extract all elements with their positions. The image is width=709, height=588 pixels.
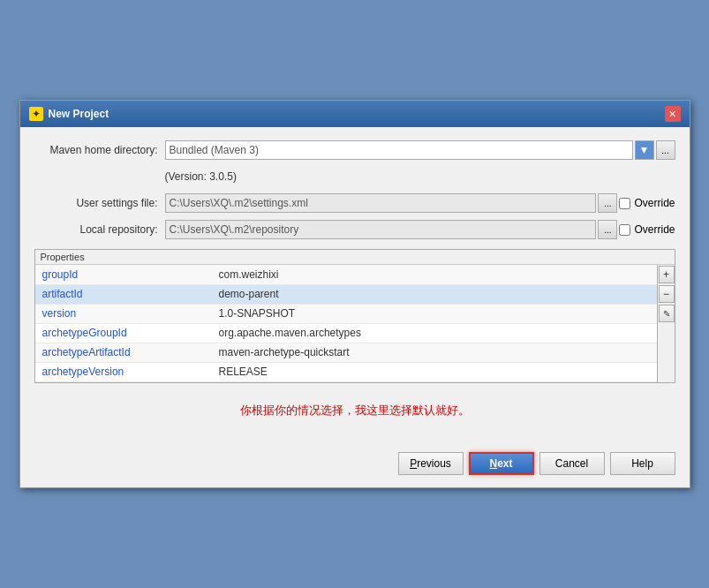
- local-repo-browse-btn[interactable]: ...: [598, 220, 617, 239]
- table-row[interactable]: groupId com.weizhixi: [35, 265, 657, 284]
- version-text: (Version: 3.0.5): [165, 170, 237, 183]
- property-key: artifactId: [35, 284, 212, 304]
- user-settings-override-label: Override: [634, 197, 675, 209]
- previous-underline-char: P: [410, 457, 417, 470]
- remove-property-btn[interactable]: −: [659, 285, 675, 303]
- maven-home-browse-btn[interactable]: ...: [656, 140, 675, 160]
- dialog-footer: Previous Next Cancel Help: [20, 443, 690, 487]
- user-settings-label: User settings file:: [34, 197, 158, 209]
- user-settings-override-checkbox[interactable]: [619, 198, 630, 209]
- next-button[interactable]: Next: [469, 452, 534, 475]
- dialog-content: Maven home directory: ▼ ... (Version: 3.…: [20, 127, 690, 443]
- properties-label: Properties: [35, 250, 675, 265]
- table-row[interactable]: artifactId demo-parent: [35, 284, 657, 304]
- maven-home-input-wrapper: ▼ ...: [165, 140, 675, 160]
- properties-sidebar: + − ✎: [657, 265, 675, 382]
- previous-button[interactable]: Previous: [398, 452, 464, 475]
- help-button[interactable]: Help: [610, 452, 675, 475]
- local-repo-override-row: Override: [619, 223, 675, 236]
- property-value: RELEASE: [212, 362, 657, 381]
- dropdown-arrow-icon: ▼: [636, 141, 653, 159]
- edit-property-btn[interactable]: ✎: [659, 305, 675, 322]
- property-value: demo-parent: [212, 284, 657, 304]
- user-settings-override-row: Override: [619, 197, 675, 209]
- title-bar-left: ✦ New Project: [29, 107, 109, 121]
- maven-home-label: Maven home directory:: [34, 144, 158, 156]
- user-settings-input[interactable]: [165, 193, 597, 213]
- user-settings-browse-btn[interactable]: ...: [598, 193, 617, 213]
- hint-text: 你根据你的情况选择，我这里选择默认就好。: [34, 388, 675, 426]
- property-value: com.weizhixi: [212, 265, 657, 284]
- property-value: org.apache.maven.archetypes: [212, 323, 657, 343]
- property-key: version: [35, 304, 212, 323]
- title-bar: ✦ New Project ✕: [20, 101, 690, 127]
- new-project-dialog: ✦ New Project ✕ Maven home directory: ▼ …: [19, 100, 690, 488]
- property-key: groupId: [35, 265, 212, 284]
- add-property-btn[interactable]: +: [659, 266, 675, 283]
- local-repo-override-checkbox[interactable]: [619, 224, 630, 236]
- next-underline-char: N: [489, 457, 497, 470]
- property-key: archetypeGroupId: [35, 323, 212, 343]
- local-repo-override-label: Override: [634, 223, 675, 236]
- version-row: (Version: 3.0.5): [34, 166, 675, 187]
- maven-home-dropdown-btn[interactable]: ▼: [635, 140, 654, 160]
- table-row[interactable]: version 1.0-SNAPSHOT: [35, 304, 657, 323]
- property-key: archetypeArtifactId: [35, 343, 212, 362]
- property-value: maven-archetype-quickstart: [212, 343, 657, 362]
- table-row[interactable]: archetypeArtifactId maven-archetype-quic…: [35, 343, 657, 362]
- user-settings-input-wrapper: ... Override: [165, 193, 675, 213]
- properties-group: Properties groupId com.weizhixi artifact…: [34, 249, 675, 383]
- dialog-title: New Project: [49, 108, 109, 120]
- previous-rest: revious: [417, 457, 451, 470]
- dialog-icon: ✦: [29, 107, 43, 121]
- table-row[interactable]: archetypeVersion RELEASE: [35, 362, 657, 381]
- close-button[interactable]: ✕: [665, 106, 681, 122]
- properties-table: groupId com.weizhixi artifactId demo-par…: [35, 265, 657, 382]
- local-repo-label: Local repository:: [34, 223, 158, 236]
- local-repo-input[interactable]: [165, 220, 597, 239]
- local-repo-row: Local repository: ... Override: [34, 219, 675, 240]
- cancel-button[interactable]: Cancel: [539, 452, 605, 475]
- next-rest: ext: [497, 457, 512, 470]
- property-key: archetypeVersion: [35, 362, 212, 381]
- user-settings-row: User settings file: ... Override: [34, 192, 675, 214]
- properties-container: groupId com.weizhixi artifactId demo-par…: [35, 265, 675, 382]
- local-repo-input-wrapper: ... Override: [165, 220, 675, 239]
- property-value: 1.0-SNAPSHOT: [212, 304, 657, 323]
- maven-home-row: Maven home directory: ▼ ...: [34, 139, 675, 161]
- table-row[interactable]: archetypeGroupId org.apache.maven.archet…: [35, 323, 657, 343]
- maven-home-input[interactable]: [165, 140, 633, 160]
